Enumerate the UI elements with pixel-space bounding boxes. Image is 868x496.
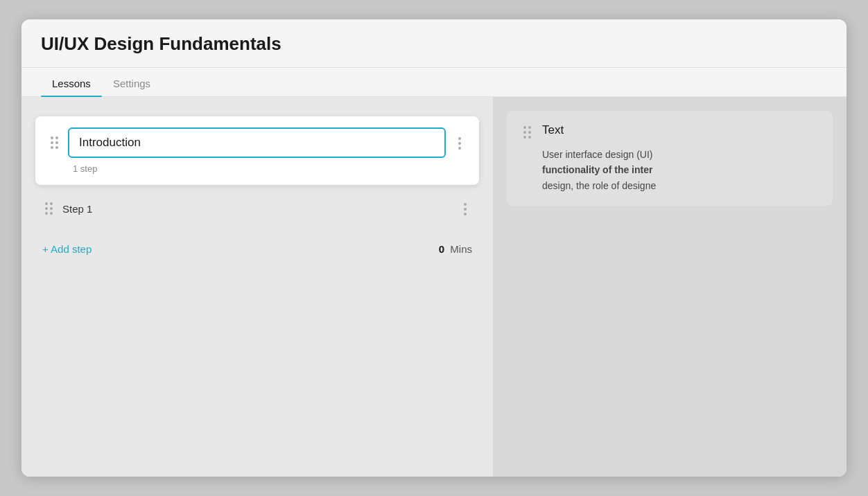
lesson-more-button[interactable]	[453, 133, 467, 152]
drag-dot	[523, 136, 526, 139]
drag-dot	[55, 146, 58, 149]
step-label: Step 1	[62, 203, 451, 215]
left-panel: 1 step	[21, 97, 493, 477]
tabs-bar: Lessons Settings	[21, 68, 847, 97]
drag-dot	[45, 212, 48, 215]
text-body-bold: functionality of the inter	[542, 164, 652, 175]
drag-dot	[50, 212, 53, 215]
drag-dot	[523, 126, 526, 129]
tab-settings[interactable]: Settings	[102, 68, 162, 96]
text-block-header: Text	[542, 123, 819, 137]
text-block: Text User interface design (UI) function…	[507, 111, 833, 206]
page-title: UI/UX Design Fundamentals	[41, 33, 827, 55]
add-step-row: + Add step 0 Mins	[35, 229, 479, 262]
step-more-icon	[464, 202, 467, 215]
text-body-line1: User interface design (UI)	[542, 149, 653, 160]
drag-dot	[51, 146, 53, 149]
drag-dot	[51, 141, 53, 144]
add-step-button[interactable]: + Add step	[42, 243, 92, 255]
right-panel: Text User interface design (UI) function…	[493, 97, 847, 477]
content-area: 1 step	[21, 97, 847, 477]
drag-dot	[528, 131, 531, 134]
lesson-drag-handle[interactable]	[48, 134, 61, 152]
title-bar: UI/UX Design Fundamentals	[21, 19, 847, 68]
lesson-card: 1 step	[35, 116, 479, 185]
step-row: Step 1	[35, 188, 479, 229]
drag-dot	[528, 126, 531, 129]
drag-dot	[50, 207, 53, 210]
mins-suffix: Mins	[450, 243, 472, 255]
tab-lessons[interactable]: Lessons	[41, 68, 102, 96]
drag-dot	[51, 136, 53, 139]
text-block-title: Text	[542, 123, 564, 137]
mins-display: 0 Mins	[439, 243, 472, 255]
drag-dot	[45, 207, 48, 210]
text-block-content: Text User interface design (UI) function…	[542, 123, 819, 193]
mins-value: 0	[439, 243, 444, 255]
drag-dot	[523, 131, 526, 134]
steps-count-label: 1 step	[48, 163, 467, 174]
drag-dot	[50, 202, 53, 205]
lesson-title-input[interactable]	[68, 127, 446, 158]
main-window: UI/UX Design Fundamentals Lessons Settin…	[21, 19, 847, 477]
drag-dot	[55, 141, 58, 144]
text-body-line2: design, the role of designe	[542, 180, 656, 191]
step-drag-handle[interactable]	[42, 200, 55, 218]
drag-dot	[528, 136, 531, 139]
lesson-card-header	[48, 127, 467, 158]
drag-dot	[55, 136, 58, 139]
text-block-body: User interface design (UI) functionality…	[542, 147, 819, 193]
text-block-drag-handle[interactable]	[521, 123, 534, 193]
drag-dot	[45, 202, 48, 205]
more-icon	[458, 136, 461, 150]
step-more-button[interactable]	[458, 199, 472, 218]
